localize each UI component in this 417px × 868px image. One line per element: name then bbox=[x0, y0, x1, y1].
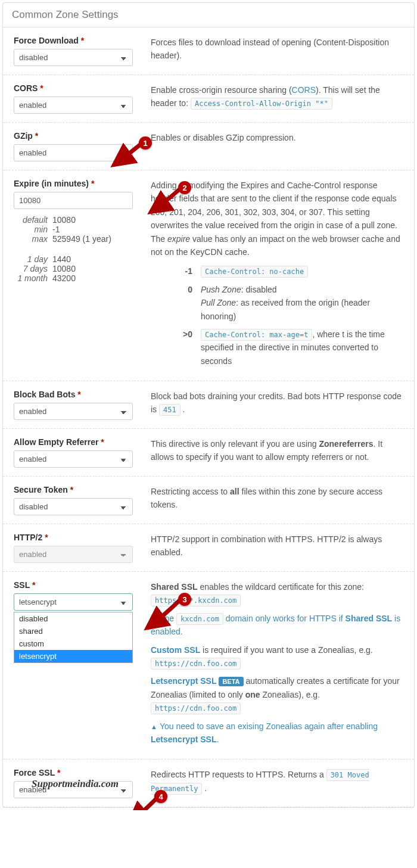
block-bots-desc: Block bad bots draining your credits. Ba… bbox=[151, 390, 403, 420]
expire-hints: default10080 min-1 max525949 (1 year) bbox=[14, 215, 133, 244]
settings-panel: Common Zone Settings Force Download * di… bbox=[2, 2, 415, 808]
row-http2: HTTP/2 * enabled HTTP/2 support in combi… bbox=[3, 524, 414, 572]
cors-code: Access-Control-Allow-Origin "*" bbox=[191, 98, 332, 110]
row-secure-token: Secure Token * disabled Restricting acce… bbox=[3, 477, 414, 524]
ssl-label: SSL bbox=[14, 580, 30, 590]
cors-label: CORS bbox=[14, 83, 38, 93]
block-bots-label: Block Bad Bots bbox=[14, 390, 75, 399]
cors-desc: Enable cross-origin resource sharing (CO… bbox=[151, 83, 403, 114]
expire-cache-table: -1Cache-Control: no-cache 0Push Zone: di… bbox=[151, 265, 403, 368]
ssl-select[interactable]: letsencrypt bbox=[14, 593, 133, 611]
row-block-bots: Block Bad Bots * enabled Block bad bots … bbox=[3, 381, 414, 429]
ssl-dropdown-list: disabled shared custom letsencrypt bbox=[14, 612, 133, 663]
required-icon: * bbox=[45, 533, 48, 542]
force-ssl-desc: Redirects HTTP requests to HTTPS. Return… bbox=[151, 768, 403, 798]
secure-token-desc: Restricting access to all files within t… bbox=[151, 485, 403, 515]
expire-hints-2: 1 day1440 7 days10080 1 month43200 bbox=[14, 254, 133, 283]
panel-body: Force Download * disabled Forces files t… bbox=[3, 27, 414, 807]
required-icon: * bbox=[57, 768, 60, 777]
required-icon: * bbox=[101, 437, 104, 447]
row-ssl: SSL * letsencrypt disabled shared custom… bbox=[3, 572, 414, 760]
panel-title: Common Zone Settings bbox=[3, 3, 414, 27]
secure-token-label: Secure Token bbox=[14, 485, 68, 494]
expire-desc: Adding or modifying the Expires and Cach… bbox=[151, 179, 403, 372]
warning-icon bbox=[151, 614, 160, 623]
force-ssl-label: Force SSL bbox=[14, 768, 55, 777]
cors-link[interactable]: CORS bbox=[292, 85, 316, 95]
required-icon: * bbox=[70, 485, 73, 494]
required-icon: * bbox=[81, 36, 84, 45]
secure-token-select[interactable]: disabled bbox=[14, 498, 133, 515]
ssl-option-shared[interactable]: shared bbox=[14, 625, 132, 637]
required-icon: * bbox=[91, 179, 94, 188]
row-force-download: Force Download * disabled Forces files t… bbox=[3, 27, 414, 75]
marker-2: 2 bbox=[178, 181, 191, 194]
row-expire: Expire (in minutes) * default10080 min-1… bbox=[3, 170, 414, 381]
ssl-option-disabled[interactable]: disabled bbox=[14, 612, 132, 625]
cors-select[interactable]: enabled bbox=[14, 97, 133, 114]
empty-ref-desc: This directive is only relevant if you a… bbox=[151, 437, 403, 468]
block-bots-select[interactable]: enabled bbox=[14, 403, 133, 420]
force-download-label: Force Download bbox=[14, 36, 79, 45]
beta-badge: BETA bbox=[219, 677, 243, 686]
watermark: Supportmeindia.com bbox=[32, 778, 119, 790]
required-icon: * bbox=[32, 580, 35, 590]
force-download-desc: Forces files to download instead of open… bbox=[151, 36, 403, 66]
expire-label: Expire (in minutes) bbox=[14, 179, 89, 188]
row-cors: CORS * enabled Enable cross-origin resou… bbox=[3, 75, 414, 123]
required-icon: * bbox=[77, 390, 80, 399]
http2-desc: HTTP/2 support in combination with HTTPS… bbox=[151, 533, 403, 563]
ssl-option-letsencrypt[interactable]: letsencrypt bbox=[14, 650, 132, 662]
row-empty-ref: Allow Empty Referrer * enabled This dire… bbox=[3, 429, 414, 477]
warning-icon bbox=[151, 721, 160, 731]
marker-4: 4 bbox=[154, 790, 167, 803]
ssl-desc: Shared SSL enables the wildcard certific… bbox=[151, 580, 403, 751]
marker-3: 3 bbox=[178, 593, 191, 606]
http2-label: HTTP/2 bbox=[14, 533, 42, 542]
gzip-desc: Enables or disables GZip compression. bbox=[151, 131, 403, 161]
empty-ref-select[interactable]: enabled bbox=[14, 450, 133, 468]
gzip-select[interactable]: enabled bbox=[14, 144, 133, 161]
marker-1: 1 bbox=[139, 136, 152, 150]
http2-select: enabled bbox=[14, 546, 133, 563]
expire-input[interactable] bbox=[14, 192, 133, 209]
letsencrypt-link[interactable]: Letsencrypt SSL bbox=[151, 676, 216, 686]
required-icon: * bbox=[35, 131, 38, 141]
ssl-option-custom[interactable]: custom bbox=[14, 637, 132, 650]
row-gzip: GZip * enabled Enables or disables GZip … bbox=[3, 123, 414, 170]
required-icon: * bbox=[40, 83, 43, 93]
gzip-label: GZip bbox=[14, 131, 33, 141]
force-download-select[interactable]: disabled bbox=[14, 49, 133, 66]
empty-ref-label: Allow Empty Referrer bbox=[14, 437, 98, 447]
custom-ssl-link[interactable]: Custom SSL bbox=[151, 645, 200, 655]
